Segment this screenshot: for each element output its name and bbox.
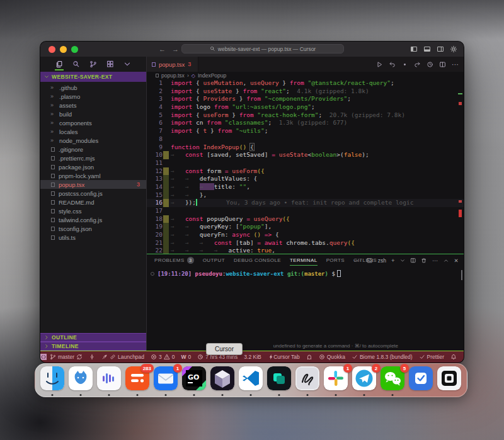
settings-gear-icon[interactable] bbox=[450, 45, 457, 53]
wallaby-status[interactable]: W 0 bbox=[178, 354, 195, 360]
folder-item-components[interactable]: »components bbox=[40, 118, 146, 127]
folder-item-assets[interactable]: »assets bbox=[40, 101, 146, 110]
split-editor-icon[interactable] bbox=[439, 61, 446, 68]
nav-forward-icon[interactable] bbox=[414, 61, 421, 68]
chevron-down-icon[interactable] bbox=[123, 60, 131, 68]
biome-status[interactable]: Biome 1.8.3 (bundled) bbox=[348, 354, 416, 360]
terminal[interactable]: [19:11:20] pseudoyu:website-saver-ext gi… bbox=[147, 266, 464, 351]
toggle-panel-icon[interactable] bbox=[423, 45, 431, 53]
code-line-2[interactable]: 2import { useState } from "react"; 4.1k … bbox=[147, 87, 464, 96]
quokka-status[interactable]: Quokka bbox=[316, 354, 348, 360]
zoom-window-button[interactable] bbox=[71, 46, 78, 53]
file-item-tailwind.config.js[interactable]: tailwind.config.js bbox=[40, 215, 146, 224]
close-window-button[interactable] bbox=[49, 46, 55, 53]
panel-tab-debug-console[interactable]: DEBUG CONSOLE bbox=[234, 254, 281, 266]
toggle-secondary-sidebar-icon[interactable] bbox=[437, 45, 444, 53]
code-line-20[interactable]: 20→ → queryFn: async () => { bbox=[147, 231, 464, 239]
code-line-15[interactable]: 15→ → }, bbox=[147, 191, 464, 200]
explorer-root-header[interactable]: WEBSITE-SAVER-EXT bbox=[40, 72, 146, 82]
dock-item-things[interactable] bbox=[409, 366, 433, 390]
code-line-6[interactable]: 6import cn from "classnames"; 1.3k (gzip… bbox=[147, 119, 464, 127]
close-panel-icon[interactable]: ✕ bbox=[454, 257, 459, 264]
outline-section-header[interactable]: OUTLINE bbox=[40, 333, 146, 342]
more-actions-icon[interactable]: ⋯ bbox=[452, 60, 459, 69]
dock-item-slack[interactable]: 1 bbox=[324, 366, 348, 390]
code-line-14[interactable]: 14→ → → title: "", bbox=[147, 183, 464, 191]
cursor-tab-status[interactable]: Cursor Tab bbox=[270, 354, 302, 360]
dock-item-rss-reader[interactable]: 283 bbox=[125, 366, 149, 390]
code-line-5[interactable]: 5import { useForm } from "react-hook-for… bbox=[147, 111, 464, 120]
panel-tab-output[interactable]: OUTPUT bbox=[203, 254, 225, 266]
code-line-4[interactable]: 4import logo from "url:~assets/logo.png"… bbox=[147, 103, 464, 111]
minimize-window-button[interactable] bbox=[60, 46, 67, 53]
file-item-package.json[interactable]: package.json bbox=[40, 162, 146, 171]
navigate-back-button[interactable]: ← bbox=[159, 45, 166, 53]
code-line-8[interactable]: 8 bbox=[147, 135, 464, 144]
panel-more-actions[interactable]: ⋯ bbox=[432, 257, 439, 264]
file-item-popup.tsx[interactable]: popup.tsx3 bbox=[40, 180, 146, 189]
timeline-section-header[interactable]: TIMELINE bbox=[40, 342, 146, 351]
file-item-.gitignore[interactable]: .gitignore bbox=[40, 145, 146, 154]
source-control-icon[interactable] bbox=[89, 60, 97, 68]
timeline-history-icon[interactable] bbox=[427, 61, 433, 68]
dock-item-telegram[interactable]: 2 bbox=[352, 366, 376, 390]
dock-item-fox-app[interactable] bbox=[69, 366, 93, 390]
file-item-.prettierrc.mjs[interactable]: .prettierrc.mjs bbox=[40, 154, 146, 162]
split-terminal-icon[interactable] bbox=[410, 257, 416, 264]
dock-item-cursor[interactable] bbox=[210, 366, 234, 390]
search-view-icon[interactable] bbox=[72, 60, 80, 68]
code-line-13[interactable]: 13→ → defaultValues: { bbox=[147, 175, 464, 183]
kill-terminal-icon[interactable] bbox=[421, 257, 427, 264]
toggle-primary-sidebar-icon[interactable] bbox=[410, 45, 418, 53]
terminal-scrollbar[interactable] bbox=[461, 270, 462, 280]
panel-more-tabs[interactable]: ··· bbox=[354, 257, 362, 264]
folder-item-node_modules[interactable]: »node_modules bbox=[40, 136, 146, 145]
code-line-9[interactable]: 9function IndexPopup() { bbox=[147, 144, 464, 152]
code-line-1[interactable]: 1import { useMutation, useQuery } from "… bbox=[147, 79, 464, 87]
folder-item-.github[interactable]: ».github bbox=[40, 83, 146, 92]
code-line-12[interactable]: 12→ const form = useForm({ bbox=[147, 167, 464, 176]
code-line-21[interactable]: 21→ → → const [tab] = await chrome.tabs.… bbox=[147, 239, 464, 247]
filesize-status[interactable]: 3.2 KiB bbox=[241, 354, 264, 360]
code-line-7[interactable]: 7import { t } from "~utils"; bbox=[147, 127, 464, 135]
folder-item-build[interactable]: »build bbox=[40, 110, 146, 118]
command-center-search[interactable]: website-saver-ext — popup.tsx — Cursor bbox=[181, 44, 344, 54]
prettier-status[interactable]: Prettier bbox=[416, 354, 447, 360]
commit-graph-button[interactable] bbox=[86, 354, 98, 360]
shell-name[interactable]: zsh bbox=[378, 257, 386, 264]
dock-item-stacked-windows-app[interactable] bbox=[437, 366, 461, 390]
code-editor[interactable]: 1import { useMutation, useQuery } from "… bbox=[147, 79, 464, 254]
code-line-19[interactable]: 19→ → queryKey: ["popup"], bbox=[147, 223, 464, 231]
dock-item-vscode[interactable] bbox=[239, 366, 263, 390]
panel-tab-ports[interactable]: PORTS bbox=[326, 254, 345, 266]
folder-item-.plasmo[interactable]: ».plasmo bbox=[40, 92, 146, 101]
explorer-icon[interactable] bbox=[55, 60, 63, 68]
breadcrumb-symbol[interactable]: IndexPopup bbox=[198, 72, 226, 79]
code-line-11[interactable]: 11 bbox=[147, 159, 464, 167]
gitlens-launchpad[interactable]: Launchpad bbox=[98, 354, 147, 360]
command-decoration-icon[interactable] bbox=[151, 272, 154, 276]
file-item-style.css[interactable]: style.css bbox=[40, 206, 146, 215]
git-branch-status[interactable]: master bbox=[47, 354, 86, 360]
copilot-ghost-status[interactable] bbox=[303, 354, 316, 360]
new-terminal-icon[interactable]: + bbox=[391, 257, 395, 264]
nav-back-icon[interactable] bbox=[389, 61, 396, 68]
file-item-tsconfig.json[interactable]: tsconfig.json bbox=[40, 224, 146, 233]
dock-item-dark-notes-app[interactable] bbox=[267, 366, 291, 390]
nav-dot-icon[interactable] bbox=[401, 61, 408, 68]
folder-item-locales[interactable]: »locales bbox=[40, 127, 146, 136]
code-line-10[interactable]: 10→ const [saved, setSaved] = useState<b… bbox=[147, 151, 464, 159]
panel-tab-terminal[interactable]: TERMINAL bbox=[290, 254, 318, 266]
file-item-utils.ts[interactable]: utils.ts bbox=[40, 233, 146, 242]
file-item-README.md[interactable]: README.md bbox=[40, 198, 146, 206]
breadcrumb-file[interactable]: popup.tsx bbox=[161, 72, 185, 79]
terminal-dropdown-icon[interactable] bbox=[400, 258, 405, 263]
extensions-icon[interactable] bbox=[106, 60, 114, 68]
problems-status[interactable]: 3 0 bbox=[147, 354, 178, 360]
code-line-16[interactable]: 16→ });You, 3 days ago • feat: init repo… bbox=[147, 199, 464, 207]
code-line-22[interactable]: 22→ → → → active: true, bbox=[147, 247, 464, 254]
navigate-forward-button[interactable]: → bbox=[172, 45, 179, 53]
dock-item-audio-app[interactable] bbox=[97, 366, 121, 390]
file-item-postcss.config.js[interactable]: postcss.config.js bbox=[40, 189, 146, 198]
run-button[interactable] bbox=[376, 61, 383, 68]
